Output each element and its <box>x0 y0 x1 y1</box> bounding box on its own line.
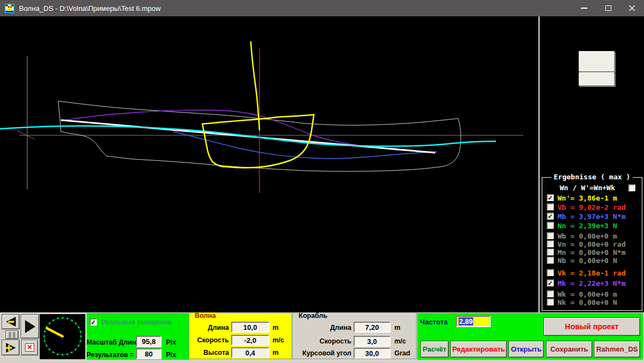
play-button[interactable] <box>21 314 39 339</box>
result-checkbox[interactable]: ✓ <box>547 194 554 201</box>
wave-speed-label: Скорость <box>189 336 229 344</box>
step-forward-button[interactable] <box>2 340 20 355</box>
result-text: Mb = 3,97e+3 N*m <box>558 212 626 221</box>
result-checkbox[interactable]: ✓ <box>547 212 554 220</box>
result-text: Vk = 2,18e-1 rad <box>558 269 626 277</box>
close-icon <box>629 5 635 11</box>
result-text: Nb = 0,00e+0 N <box>558 256 617 265</box>
wave-length-unit: m <box>273 324 278 331</box>
wave-group-title: Волна <box>193 312 218 320</box>
result-row-Mb: ✓Mb = 3,97e+3 N*m <box>542 212 642 221</box>
scale-input[interactable]: 95,8 <box>136 336 162 347</box>
panel-button-large[interactable] <box>579 51 615 72</box>
result-checkbox[interactable] <box>547 240 554 247</box>
ship-speed-input[interactable]: 3,0 <box>354 336 391 347</box>
result-checkbox[interactable] <box>547 232 554 239</box>
wave-height-unit: m <box>273 349 278 356</box>
result-row-Nb: Nb = 0,00e+0 N <box>542 256 642 265</box>
drawing-canvas[interactable] <box>0 16 538 312</box>
calc-button[interactable]: Расчёт <box>420 341 449 358</box>
result-text: Wb = 0,00e+0 m <box>558 232 617 240</box>
play-icon <box>23 320 36 334</box>
results-panel: Ergebnisse ( max ) Wn / W'=Wn+Wk ✓Wn'= 3… <box>538 16 644 312</box>
wave-height-label: Высота <box>189 349 229 356</box>
step-back-button[interactable] <box>2 314 20 329</box>
result-text: Mk = 2,22e+3 N*m <box>558 279 626 287</box>
results-title: Ergebnisse ( max ) <box>551 173 633 181</box>
pause-icon <box>8 332 16 338</box>
scale-label: Масштаб Длин = <box>86 339 134 346</box>
step-forward-plus-icon <box>4 342 18 353</box>
result-text: Vn = 0,00e+0 rad <box>558 240 626 248</box>
ship-speed-unit: m/c <box>394 337 406 345</box>
ship-length-input[interactable]: 7,20 <box>354 322 391 333</box>
wave-groupbox: Волна Длина 10,0 m Скорость -2,0 m/c Выс… <box>189 313 292 359</box>
ship-groupbox: Корабль Длина 7,20 m Скорость 3,0 m/c Ку… <box>293 313 417 359</box>
result-checkbox[interactable] <box>547 222 554 229</box>
result-row-Vb: Vb = 9,02e-2 rad <box>542 203 642 211</box>
result-text: Nk = 0,00e+0 N <box>558 298 617 306</box>
result-checkbox[interactable] <box>547 290 554 297</box>
rahmen-ds-button[interactable]: Rahmen_DS <box>594 341 640 358</box>
formula-checkbox[interactable] <box>628 184 635 191</box>
wave-speed-input[interactable]: -2,0 <box>231 335 269 346</box>
wave-height-input[interactable]: 0,4 <box>231 347 269 358</box>
result-row-Mn: Mn = 0,00e+0 N*m <box>542 248 642 256</box>
result-checkbox[interactable] <box>547 203 554 210</box>
frequency-label: Частота <box>420 318 448 326</box>
control-panel: ✓ Реальные смещения Масштаб Длин = 95,8 … <box>85 313 643 360</box>
result-row-Vn: Vn = 0,00e+0 rad <box>542 240 642 248</box>
result-checkbox[interactable] <box>547 269 554 276</box>
ship-heading-label: Курсовой угол <box>293 349 351 357</box>
maximize-icon <box>605 5 611 11</box>
result-row-Wk: Wk = 0,00e+0 m <box>542 290 642 298</box>
new-project-button[interactable]: Новый проект <box>543 317 640 336</box>
window-title: Волна_DS - D:\Volna\Примеры\Test 6.mpow <box>19 4 160 12</box>
minimize-button[interactable] <box>572 0 596 16</box>
result-checkbox[interactable] <box>547 248 554 255</box>
result-text: Vb = 9,02e-2 rad <box>558 203 626 211</box>
result-checkbox[interactable] <box>547 298 554 305</box>
count-label: Результатов = <box>86 351 134 359</box>
panel-button-small[interactable] <box>579 72 615 86</box>
close-button[interactable] <box>620 0 644 16</box>
real-displacements-checkbox[interactable]: ✓ <box>90 318 97 326</box>
result-row-Vk: Vk = 2,18e-1 rad <box>542 268 642 277</box>
stop-button[interactable]: ✕ <box>21 340 38 355</box>
result-row-Mk: ✓Mk = 2,22e+3 N*m <box>542 279 642 287</box>
bottom-bar: ✕ ✓ Реальные смещения Масштаб Длин = 95,… <box>0 312 644 363</box>
app-icon <box>5 4 14 13</box>
results-groupbox: Ergebnisse ( max ) Wn / W'=Wn+Wk ✓Wn'= 3… <box>542 177 642 311</box>
frequency-input[interactable]: 2,89 <box>456 316 491 327</box>
step-back-minus-icon <box>4 316 18 327</box>
result-row-Nn: Nn = 2,39e+3 N <box>542 221 642 230</box>
ship-heading-input[interactable]: 30,0 <box>354 348 391 359</box>
result-checkbox[interactable]: ✓ <box>547 279 554 286</box>
minimize-icon <box>581 8 587 9</box>
wave-length-label: Длина <box>189 324 229 331</box>
count-unit: Pix <box>166 351 176 359</box>
result-row-Wn': ✓Wn'= 3,86e-1 m <box>542 193 642 202</box>
phase-dial <box>40 314 85 359</box>
open-button[interactable]: Открыть <box>509 341 544 358</box>
title-bar: Волна_DS - D:\Volna\Примеры\Test 6.mpow <box>0 0 644 16</box>
maximize-button[interactable] <box>596 0 620 16</box>
mast-line <box>251 41 259 130</box>
close-x-icon: ✕ <box>25 343 34 352</box>
ship-group-title: Корабль <box>297 312 329 320</box>
save-button[interactable]: Сохранить <box>546 341 592 358</box>
ship-heading-unit: Grad <box>394 349 410 357</box>
real-displacements-label: Реальные смещения <box>101 318 171 326</box>
result-row-Wb: Wb = 0,00e+0 m <box>542 231 642 240</box>
result-checkbox[interactable] <box>547 256 554 264</box>
edit-button[interactable]: Редактировать <box>450 341 507 358</box>
app-window: Волна_DS - D:\Volna\Примеры\Test 6.mpow <box>0 0 644 363</box>
ship-speed-label: Скорость <box>293 337 351 345</box>
count-input[interactable]: 80 <box>136 348 162 359</box>
wave-length-input[interactable]: 10,0 <box>231 322 269 333</box>
scale-unit: Pix <box>166 339 176 346</box>
result-row-Nk: Nk = 0,00e+0 N <box>542 298 642 306</box>
pause-button[interactable] <box>5 330 18 339</box>
ship-length-label: Длина <box>293 324 351 331</box>
result-text: Mn = 0,00e+0 N*m <box>558 248 626 256</box>
